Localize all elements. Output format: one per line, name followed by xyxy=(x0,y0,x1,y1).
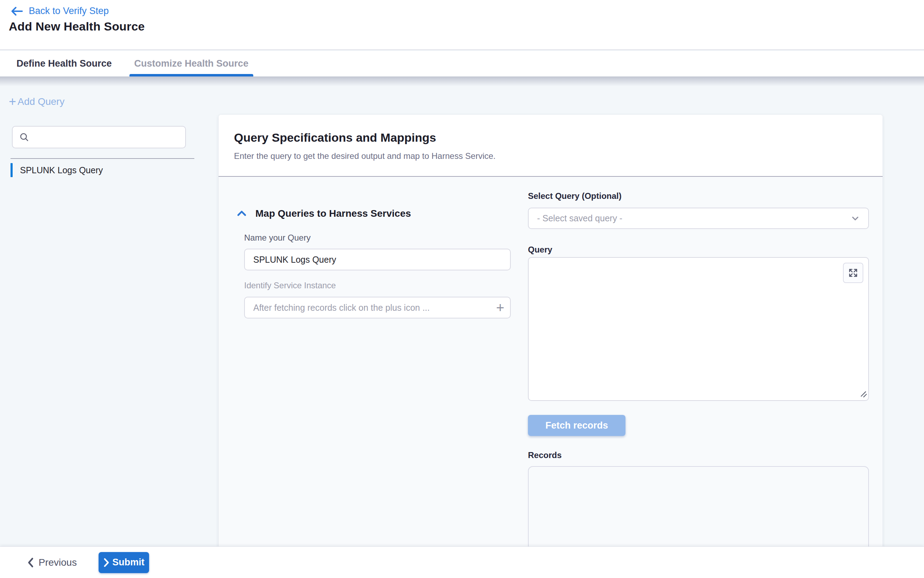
saved-query-select[interactable]: - Select saved query - xyxy=(528,208,869,229)
search-input[interactable] xyxy=(34,127,185,148)
page-title: Add New Health Source xyxy=(9,19,145,33)
submit-button[interactable]: Submit xyxy=(99,552,149,573)
tab-define-health-source[interactable]: Define Health Source xyxy=(11,51,117,76)
submit-label: Submit xyxy=(112,557,145,568)
tab-bar: Define Health Source Customize Health So… xyxy=(0,51,924,76)
plus-icon: + xyxy=(496,300,504,316)
service-instance-input[interactable] xyxy=(244,297,511,318)
wizard-footer: Previous Submit xyxy=(0,546,924,578)
search-icon xyxy=(19,132,29,142)
query-list-item-splunk-logs[interactable]: SPLUNK Logs Query xyxy=(11,163,103,177)
previous-label: Previous xyxy=(39,557,77,568)
arrow-left-icon xyxy=(11,6,23,16)
expand-icon xyxy=(848,267,859,278)
fetch-records-button[interactable]: Fetch records xyxy=(528,415,625,436)
name-your-query-label: Name your Query xyxy=(244,233,310,243)
query-item-label: SPLUNK Logs Query xyxy=(20,165,103,175)
add-health-source-page: Back to Verify Step Add New Health Sourc… xyxy=(0,0,924,578)
query-textarea[interactable] xyxy=(528,257,869,401)
expand-query-button[interactable] xyxy=(843,263,863,283)
card-subtitle: Enter the query to get the desired outpu… xyxy=(234,151,496,161)
chevron-right-icon xyxy=(103,558,109,567)
records-label: Records xyxy=(528,450,562,460)
back-link-label: Back to Verify Step xyxy=(29,6,109,16)
card-header: Query Specifications and Mappings Enter … xyxy=(219,115,883,176)
chevron-up-icon xyxy=(236,208,248,219)
add-service-instance-button[interactable]: + xyxy=(490,297,511,318)
plus-icon: + xyxy=(9,97,16,107)
chevron-down-icon xyxy=(851,214,860,223)
map-queries-section-toggle[interactable]: Map Queries to Harness Services xyxy=(236,208,411,219)
card-body: Map Queries to Harness Services Name you… xyxy=(219,177,883,578)
query-name-input[interactable] xyxy=(244,248,511,270)
add-query-button[interactable]: + Add Query xyxy=(9,96,65,107)
query-label: Query xyxy=(528,245,552,255)
tab-customize-health-source[interactable]: Customize Health Source xyxy=(130,51,253,76)
map-queries-section-title: Map Queries to Harness Services xyxy=(255,208,411,219)
previous-button[interactable]: Previous xyxy=(27,557,77,568)
add-query-label: Add Query xyxy=(18,96,65,107)
selected-indicator-bar xyxy=(11,163,13,177)
select-query-label: Select Query (Optional) xyxy=(528,191,622,201)
saved-query-select-value: - Select saved query - xyxy=(537,213,622,223)
chevron-left-icon xyxy=(27,557,34,568)
content-area: + Add Query SPLUNK Logs Query xyxy=(0,76,924,578)
query-search-box xyxy=(12,126,186,148)
query-specifications-card: Query Specifications and Mappings Enter … xyxy=(219,115,883,578)
back-link[interactable]: Back to Verify Step xyxy=(11,6,109,16)
card-title: Query Specifications and Mappings xyxy=(234,131,436,144)
resize-handle-icon[interactable] xyxy=(860,391,867,399)
page-header: Back to Verify Step Add New Health Sourc… xyxy=(0,0,924,50)
sidebar-divider xyxy=(11,158,194,159)
identify-service-instance-label: Identify Service Instance xyxy=(244,281,336,291)
query-editor xyxy=(528,257,869,401)
